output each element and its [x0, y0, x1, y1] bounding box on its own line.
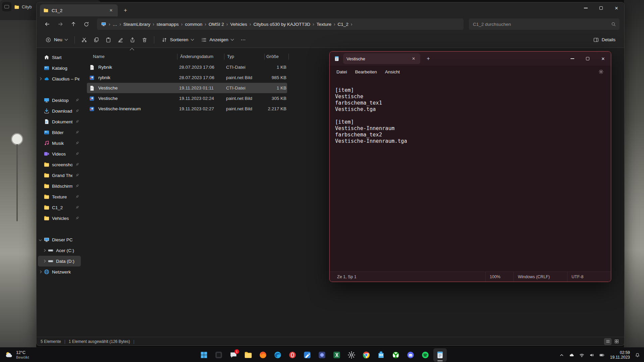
- volume-button[interactable]: [587, 350, 597, 360]
- column-header[interactable]: Größe: [264, 54, 289, 60]
- sidebar-item[interactable]: Texture: [38, 191, 81, 202]
- tab-close-icon[interactable]: ✕: [108, 7, 114, 14]
- sidebar-item[interactable]: Desktop: [38, 95, 81, 106]
- chevron-right-icon[interactable]: [39, 77, 42, 80]
- more-button[interactable]: [237, 34, 249, 46]
- taskbar-settings-gear-icon[interactable]: [345, 348, 358, 362]
- sidebar-item[interactable]: Start: [38, 52, 81, 63]
- taskbar-dark-blue-app-icon[interactable]: [315, 348, 329, 362]
- sidebar-item[interactable]: Downloads: [38, 106, 81, 116]
- sidebar-item[interactable]: Acer (C:): [38, 245, 81, 256]
- line-ending[interactable]: Windows (CRLF): [514, 272, 567, 282]
- breadcrumb-item[interactable]: steamapps: [157, 22, 179, 27]
- wifi-button[interactable]: [577, 350, 587, 360]
- encoding[interactable]: UTF-8: [567, 272, 611, 282]
- sort-ascending-icon[interactable]: [130, 48, 134, 52]
- menu-datei[interactable]: Datei: [332, 67, 351, 76]
- taskbar-spotify-icon[interactable]: [419, 348, 432, 362]
- chevron-right-icon[interactable]: [43, 260, 46, 262]
- sidebar-item[interactable]: Musik: [38, 138, 81, 148]
- copy-button[interactable]: [91, 34, 102, 46]
- taskbar-notepad-app-icon[interactable]: [433, 348, 447, 362]
- view-button[interactable]: Anzeigen: [198, 34, 237, 46]
- maximize-button[interactable]: [593, 2, 609, 14]
- chevron-right-icon[interactable]: [39, 270, 42, 273]
- editor-area[interactable]: [item]Vestischefarbschema_tex1Vestische.…: [330, 78, 611, 272]
- column-header[interactable]: Typ: [224, 54, 264, 60]
- breadcrumb-item[interactable]: OMSI 2: [209, 22, 224, 27]
- taskbar-excel-icon[interactable]: [330, 348, 343, 362]
- taskbar-chrome-icon[interactable]: [360, 348, 373, 362]
- minimize-button[interactable]: [565, 52, 580, 66]
- file-row[interactable]: rybnik28.07.2023 17:06paint.net Bild985 …: [87, 72, 287, 83]
- menu-ansicht[interactable]: Ansicht: [381, 67, 404, 76]
- breadcrumb-item[interactable]: …: [113, 22, 117, 27]
- breadcrumb-item[interactable]: Citybus o530 by KAJOTT3D: [253, 22, 310, 27]
- search-input[interactable]: [473, 22, 611, 27]
- column-header[interactable]: Name: [87, 54, 177, 60]
- sidebar-item[interactable]: Vehicles: [38, 213, 81, 224]
- notepad-titlebar[interactable]: Vestische ✕ + ✕: [330, 52, 611, 66]
- sidebar-item[interactable]: Dokumente: [38, 116, 81, 127]
- details-pane-button[interactable]: Details: [590, 34, 619, 46]
- explorer-tab[interactable]: C1_2 ✕: [40, 4, 118, 16]
- cut-button[interactable]: [78, 34, 90, 46]
- sidebar-item[interactable]: screenshots: [38, 159, 81, 170]
- sidebar-item[interactable]: Videos: [38, 148, 81, 159]
- column-header[interactable]: Änderungsdatum: [177, 54, 224, 60]
- back-button[interactable]: [41, 18, 53, 30]
- breadcrumb-item[interactable]: C1_2: [338, 22, 348, 27]
- breadcrumb-item[interactable]: common: [185, 22, 203, 27]
- delete-button[interactable]: [139, 34, 150, 46]
- thumbnail-view-toggle[interactable]: [613, 338, 620, 345]
- search-icon[interactable]: [611, 21, 616, 27]
- details-view-toggle[interactable]: [604, 338, 611, 345]
- weather-widget[interactable]: 12°C Bewölkt: [2, 348, 32, 362]
- taskbar-edge-icon[interactable]: [271, 348, 284, 362]
- taskbar-discord-icon[interactable]: [404, 348, 417, 362]
- notification-center-button[interactable]: [633, 350, 642, 360]
- taskbar-opera-icon[interactable]: [286, 348, 299, 362]
- taskbar-start-icon[interactable]: [197, 348, 211, 362]
- sidebar-item[interactable]: Bilder: [38, 127, 81, 138]
- refresh-button[interactable]: [80, 18, 92, 30]
- rename-button[interactable]: [115, 34, 126, 46]
- sidebar-item[interactable]: Dieser PC: [38, 234, 81, 245]
- taskbar-store-icon[interactable]: [374, 348, 388, 362]
- taskbar-explorer-folder-icon[interactable]: [241, 348, 255, 362]
- tray-expand-button[interactable]: [557, 350, 567, 360]
- new-tab-button[interactable]: +: [120, 5, 130, 15]
- breadcrumb-item[interactable]: Vehicles: [230, 22, 247, 27]
- file-row[interactable]: Rybnik28.07.2023 17:06CTI-Datei1 KB: [87, 62, 287, 72]
- forward-button[interactable]: [54, 18, 66, 30]
- settings-gear-button[interactable]: [596, 67, 606, 77]
- taskbar-paint-app-icon[interactable]: [301, 348, 314, 362]
- breadcrumb-item[interactable]: Texture: [317, 22, 331, 27]
- file-row[interactable]: Vestische19.11.2023 01:11CTI-Datei1 KB: [87, 83, 287, 93]
- minimize-button[interactable]: [578, 2, 593, 14]
- chevron-down-icon[interactable]: [39, 238, 42, 241]
- sidebar-item[interactable]: Grand Theft: [38, 170, 81, 181]
- taskbar-chat-icon[interactable]: 1: [227, 348, 240, 362]
- menu-bearbeiten[interactable]: Bearbeiten: [351, 67, 381, 76]
- maximize-button[interactable]: [580, 52, 595, 66]
- sort-button[interactable]: Sortieren: [158, 34, 197, 46]
- new-button[interactable]: Neu: [42, 34, 71, 46]
- sidebar-item[interactable]: Katalog: [38, 63, 81, 73]
- file-row[interactable]: Vestische-Innenraum19.11.2023 02:27paint…: [87, 104, 287, 114]
- tab-close-icon[interactable]: ✕: [410, 55, 417, 62]
- chevron-right-icon[interactable]: [43, 249, 46, 252]
- sidebar-item[interactable]: C1_2: [38, 202, 81, 213]
- battery-button[interactable]: [597, 350, 607, 360]
- zoom-level[interactable]: 100%: [485, 272, 514, 282]
- share-button[interactable]: [127, 34, 138, 46]
- taskbar-task-view-icon[interactable]: [212, 348, 225, 362]
- clock[interactable]: 02:59 19.11.2023: [610, 350, 630, 360]
- file-row[interactable]: Vestische19.11.2023 02:24paint.net Bild3…: [87, 93, 287, 104]
- close-button[interactable]: ✕: [595, 52, 611, 66]
- sidebar-item[interactable]: Claudius – Pers...: [38, 73, 81, 84]
- new-tab-button[interactable]: +: [424, 54, 433, 63]
- search-box[interactable]: [469, 18, 620, 30]
- tab-list-icon[interactable]: [2, 2, 11, 11]
- background-window-tab[interactable]: Cityb: [14, 2, 35, 12]
